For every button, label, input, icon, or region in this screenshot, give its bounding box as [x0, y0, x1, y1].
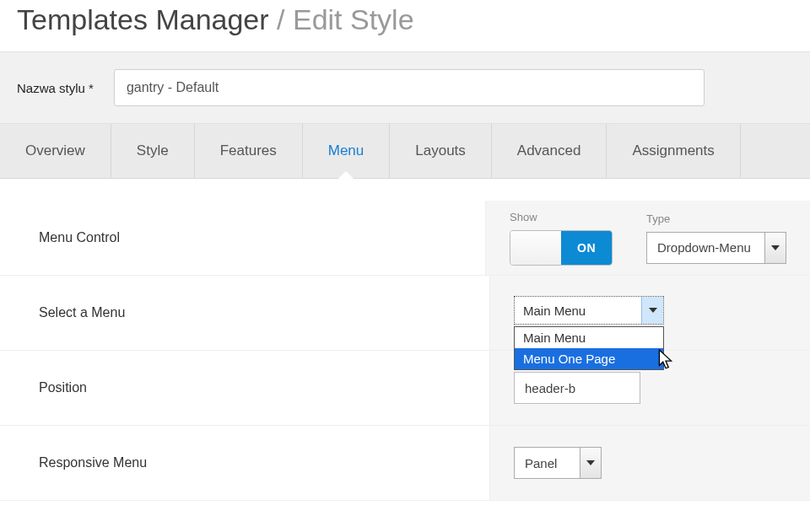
tab-assignments[interactable]: Assignments: [607, 124, 740, 178]
tab-layouts[interactable]: Layouts: [390, 124, 492, 178]
tab-menu[interactable]: Menu: [303, 124, 391, 178]
select-menu-controls: Main Menu Main Menu Menu One Page: [489, 276, 810, 350]
show-toggle[interactable]: ON: [510, 230, 613, 266]
responsive-select[interactable]: Panel: [514, 447, 602, 479]
cursor-icon: [656, 349, 675, 371]
tab-overview[interactable]: Overview: [0, 124, 111, 178]
tab-style[interactable]: Style: [111, 124, 195, 178]
chevron-down-icon: [641, 297, 663, 324]
toggle-off-side: [510, 231, 561, 265]
chevron-down-icon: [764, 232, 786, 264]
responsive-select-value: Panel: [514, 447, 580, 479]
row-select-menu: Select a Menu Main Menu Main Menu Menu O…: [0, 276, 810, 351]
menu-dropdown-current[interactable]: Main Menu: [514, 296, 664, 325]
select-menu-label: Select a Menu: [0, 305, 489, 320]
position-label: Position: [0, 380, 489, 395]
title-main: Templates Manager: [17, 3, 269, 35]
style-name-bar: Nazwa stylu *: [0, 51, 810, 124]
settings-panel: Menu Control Show ON Type Dropdown-Menu: [0, 179, 810, 501]
menu-control-label: Menu Control: [0, 230, 485, 245]
show-label: Show: [510, 211, 613, 223]
menu-control-controls: Show ON Type Dropdown-Menu: [485, 201, 810, 275]
toggle-on-side: ON: [561, 231, 612, 265]
style-name-input[interactable]: [114, 69, 705, 106]
type-select-value: Dropdown-Menu: [646, 232, 764, 264]
position-value[interactable]: header-b: [514, 372, 640, 404]
tab-bar: Overview Style Features Menu Layouts Adv…: [0, 124, 810, 179]
menu-option-onepage[interactable]: Menu One Page: [515, 348, 663, 369]
menu-dropdown-list: Main Menu Menu One Page: [514, 326, 664, 370]
responsive-controls: Panel: [489, 426, 810, 500]
tab-features[interactable]: Features: [195, 124, 303, 178]
type-label: Type: [646, 212, 786, 225]
type-group: Type Dropdown-Menu: [646, 212, 786, 264]
title-sub: Edit Style: [293, 3, 414, 35]
type-select[interactable]: Dropdown-Menu: [646, 232, 786, 264]
row-menu-control: Menu Control Show ON Type Dropdown-Menu: [0, 201, 810, 276]
row-position: Position header-b: [0, 351, 810, 426]
title-sep: /: [269, 3, 293, 35]
responsive-label: Responsive Menu: [0, 455, 489, 470]
menu-dropdown[interactable]: Main Menu Main Menu Menu One Page: [514, 296, 664, 370]
row-responsive: Responsive Menu Panel: [0, 426, 810, 501]
style-name-label: Nazwa stylu *: [17, 81, 94, 95]
page-title: Templates Manager / Edit Style: [0, 0, 810, 51]
menu-dropdown-value: Main Menu: [515, 304, 641, 318]
chevron-down-icon: [580, 447, 602, 479]
tab-advanced[interactable]: Advanced: [492, 124, 608, 178]
show-group: Show ON: [510, 211, 613, 266]
menu-option-main[interactable]: Main Menu: [515, 327, 663, 348]
